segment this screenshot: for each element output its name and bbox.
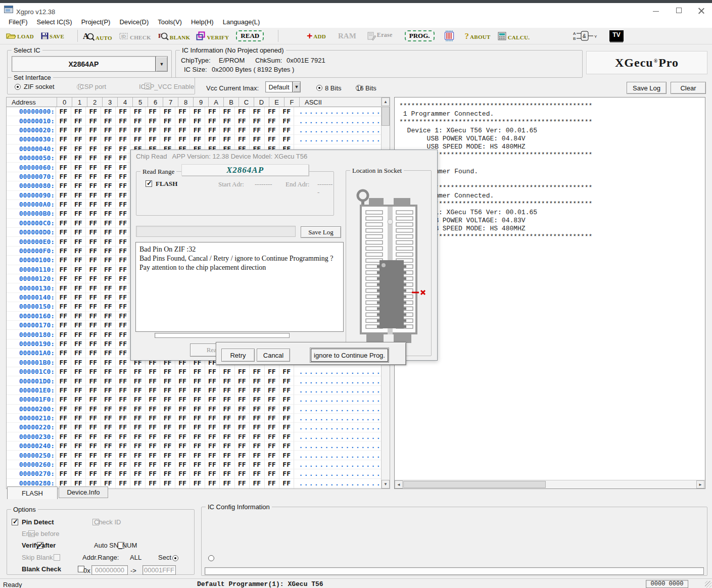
hex-byte-cell[interactable]: FF (86, 432, 101, 442)
hex-byte-cell[interactable]: FF (190, 469, 205, 478)
hex-byte-cell[interactable]: FF (265, 126, 279, 135)
hex-byte-cell[interactable]: FF (101, 256, 116, 265)
hex-byte-cell[interactable]: FF (235, 423, 250, 432)
hex-byte-cell[interactable]: FF (265, 432, 279, 442)
hex-byte-cell[interactable]: FF (56, 432, 71, 442)
hex-byte-cell[interactable]: FF (86, 228, 101, 237)
hex-byte-cell[interactable]: FF (116, 247, 130, 256)
hex-byte-cell[interactable]: FF (205, 460, 220, 469)
hex-byte-cell[interactable]: FF (101, 395, 116, 404)
hex-byte-cell[interactable]: FF (56, 200, 71, 209)
hex-byte-cell[interactable]: FF (71, 228, 86, 237)
hex-ascii-cell[interactable]: ................ (294, 488, 382, 489)
hex-byte-cell[interactable]: FF (86, 265, 101, 274)
hex-byte-cell[interactable]: FF (101, 451, 116, 460)
hex-ascii-cell[interactable]: ................ (294, 442, 382, 451)
hex-byte-cell[interactable]: FF (86, 423, 101, 432)
hex-byte-cell[interactable]: FF (220, 116, 234, 125)
hex-byte-cell[interactable]: FF (250, 442, 264, 451)
hex-byte-cell[interactable]: FF (71, 302, 86, 311)
hex-column-header[interactable]: 6 (148, 97, 163, 107)
hex-byte-cell[interactable]: FF (279, 116, 294, 125)
hex-byte-cell[interactable]: FF (279, 376, 294, 385)
hex-byte-cell[interactable]: FF (86, 330, 101, 339)
hex-byte-cell[interactable]: FF (101, 405, 116, 414)
hex-byte-cell[interactable]: FF (86, 414, 101, 423)
hex-byte-cell[interactable]: FF (279, 469, 294, 478)
hex-byte-cell[interactable]: FF (56, 460, 71, 469)
hex-byte-cell[interactable]: FF (101, 432, 116, 442)
hex-byte-cell[interactable]: FF (116, 265, 130, 274)
cancel-button[interactable]: Cancal (257, 349, 290, 362)
hex-byte-cell[interactable]: FF (160, 386, 175, 395)
hex-byte-cell[interactable]: FF (190, 488, 205, 489)
hex-byte-cell[interactable]: FF (265, 451, 279, 460)
hex-ascii-cell[interactable]: ................ (294, 405, 382, 414)
hex-byte-cell[interactable]: FF (86, 154, 101, 163)
hex-byte-cell[interactable]: FF (175, 414, 190, 423)
hex-byte-cell[interactable]: FF (250, 367, 264, 376)
hex-byte-cell[interactable]: FF (205, 423, 220, 432)
hex-byte-cell[interactable]: FF (101, 209, 116, 218)
hex-byte-cell[interactable]: FF (190, 135, 205, 144)
hex-byte-cell[interactable]: FF (86, 200, 101, 209)
hex-byte-cell[interactable]: FF (235, 386, 250, 395)
chip-test-button[interactable] (443, 30, 456, 41)
hex-byte-cell[interactable]: FF (130, 432, 145, 442)
hex-byte-cell[interactable]: FF (190, 107, 205, 116)
save-log-button[interactable]: Save Log (627, 82, 667, 94)
hex-byte-cell[interactable]: FF (220, 432, 234, 442)
hex-byte-cell[interactable]: FF (160, 126, 175, 135)
hex-byte-cell[interactable]: FF (116, 358, 130, 367)
hex-byte-cell[interactable]: FF (71, 414, 86, 423)
hex-byte-cell[interactable]: FF (205, 405, 220, 414)
hex-byte-cell[interactable]: FF (279, 107, 294, 116)
hex-column-header[interactable]: Address (7, 97, 57, 107)
hex-byte-cell[interactable]: FF (116, 181, 130, 190)
hex-byte-cell[interactable]: FF (86, 181, 101, 190)
hex-byte-cell[interactable]: FF (71, 321, 86, 330)
hex-byte-cell[interactable]: FF (116, 163, 130, 172)
hex-byte-cell[interactable]: FF (220, 488, 234, 489)
hex-byte-cell[interactable]: FF (279, 414, 294, 423)
hex-column-header[interactable]: 5 (133, 97, 148, 107)
scroll-right-icon[interactable]: ► (696, 480, 704, 488)
hex-byte-cell[interactable]: FF (146, 414, 160, 423)
hex-byte-cell[interactable]: FF (116, 144, 130, 154)
hex-byte-cell[interactable]: FF (190, 126, 205, 135)
hex-byte-cell[interactable]: FF (116, 200, 130, 209)
hex-byte-cell[interactable]: FF (101, 135, 116, 144)
hex-byte-cell[interactable]: FF (116, 451, 130, 460)
hex-byte-cell[interactable]: FF (160, 432, 175, 442)
hex-byte-cell[interactable]: FF (220, 126, 234, 135)
hex-byte-cell[interactable]: FF (86, 163, 101, 172)
hex-byte-cell[interactable]: FF (101, 172, 116, 181)
hex-byte-cell[interactable]: FF (56, 274, 71, 283)
hex-column-header[interactable]: 9 (194, 97, 209, 107)
hex-byte-cell[interactable]: FF (116, 293, 130, 302)
hex-byte-cell[interactable]: FF (205, 395, 220, 404)
hex-byte-cell[interactable]: FF (101, 274, 116, 283)
hex-column-header[interactable]: 2 (87, 97, 103, 107)
bits8-radio[interactable] (316, 85, 322, 91)
hex-ascii-cell[interactable]: ................ (294, 432, 382, 442)
hex-byte-cell[interactable]: FF (101, 312, 116, 321)
hex-byte-cell[interactable]: FF (205, 442, 220, 451)
hex-byte-cell[interactable]: FF (101, 144, 116, 154)
hex-byte-cell[interactable]: FF (56, 367, 71, 376)
hex-byte-cell[interactable]: FF (146, 107, 160, 116)
hex-column-header[interactable]: 4 (118, 97, 133, 107)
ic-select-combobox[interactable]: X2864AP (12, 56, 156, 72)
hex-byte-cell[interactable]: FF (101, 376, 116, 385)
hex-byte-cell[interactable]: FF (265, 488, 279, 489)
hex-byte-cell[interactable]: FF (86, 247, 101, 256)
hex-byte-cell[interactable]: FF (71, 293, 86, 302)
hex-byte-cell[interactable]: FF (205, 488, 220, 489)
hex-byte-cell[interactable]: FF (71, 200, 86, 209)
hex-byte-cell[interactable]: FF (86, 339, 101, 349)
hex-byte-cell[interactable]: FF (130, 367, 145, 376)
hex-byte-cell[interactable]: FF (71, 283, 86, 292)
hex-byte-cell[interactable]: FF (190, 367, 205, 376)
hex-byte-cell[interactable]: FF (190, 432, 205, 442)
hex-byte-cell[interactable]: FF (220, 376, 234, 385)
